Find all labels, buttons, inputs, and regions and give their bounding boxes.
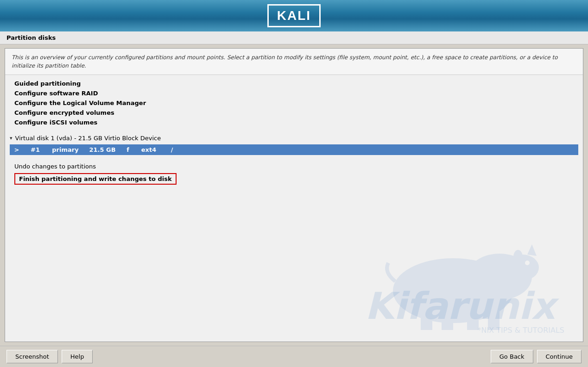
svg-point-0 — [393, 258, 513, 323]
menu-item-lvm[interactable]: Configure the Logical Volume Manager — [5, 98, 583, 108]
partition-number: #1 — [24, 146, 47, 153]
help-button[interactable]: Help — [62, 350, 93, 363]
svg-rect-4 — [442, 309, 453, 330]
menu-item-guided[interactable]: Guided partitioning — [5, 79, 583, 88]
kali-logo: KALI — [267, 4, 321, 27]
partition-size: 21.5 GB — [84, 146, 121, 153]
menu-item-encrypted[interactable]: Configure encrypted volumes — [5, 108, 583, 118]
bottom-right-buttons: Go Back Continue — [491, 350, 582, 363]
svg-rect-3 — [421, 309, 432, 330]
svg-point-2 — [506, 255, 539, 280]
chevron-icon: ▾ — [10, 135, 13, 141]
finish-partitioning-btn[interactable]: Finish partitioning and write changes to… — [14, 173, 177, 185]
svg-point-9 — [525, 261, 530, 265]
svg-rect-5 — [467, 309, 479, 330]
screenshot-button[interactable]: Screenshot — [6, 350, 58, 363]
action-area: Undo changes to partitions Finish partit… — [5, 158, 583, 188]
continue-button[interactable]: Continue — [537, 350, 582, 363]
svg-rect-6 — [488, 309, 499, 330]
svg-marker-7 — [527, 244, 537, 256]
partition-fs: ext4 — [135, 146, 163, 153]
disk-header: ▾ Virtual disk 1 (vda) - 21.5 GB Virtio … — [10, 133, 578, 143]
description-box: This is an overview of your currently co… — [5, 49, 583, 75]
menu-list: Guided partitioning Configure software R… — [5, 75, 583, 131]
undo-changes-item[interactable]: Undo changes to partitions — [14, 162, 574, 171]
header: KALI — [0, 0, 588, 31]
tagline-watermark: *NIX TIPS & TUTORIALS — [478, 326, 564, 335]
svg-point-1 — [467, 254, 532, 300]
partition-panel: This is an overview of your currently co… — [5, 48, 583, 342]
svg-point-8 — [513, 250, 523, 264]
partition-arrow: > — [10, 146, 24, 153]
menu-item-raid[interactable]: Configure software RAID — [5, 88, 583, 98]
brand-watermark: Kifarunix — [365, 285, 555, 328]
partition-type: primary — [47, 146, 84, 153]
page-title: Partition disks — [0, 31, 588, 44]
disk-header-text: Virtual disk 1 (vda) - 21.5 GB Virtio Bl… — [15, 135, 161, 142]
bottom-bar: Screenshot Help Go Back Continue — [0, 346, 588, 367]
partition-flag: f — [121, 146, 135, 153]
rhino-watermark — [360, 217, 546, 332]
watermark-area: Kifarunix *NIX TIPS & TUTORIALS — [5, 188, 583, 342]
menu-item-iscsi[interactable]: Configure iSCSI volumes — [5, 118, 583, 127]
bottom-left-buttons: Screenshot Help — [6, 350, 93, 363]
disk-section: ▾ Virtual disk 1 (vda) - 21.5 GB Virtio … — [5, 131, 583, 158]
main-content: This is an overview of your currently co… — [0, 44, 588, 346]
partition-row[interactable]: > #1 primary 21.5 GB f ext4 / — [10, 144, 578, 155]
partition-mount: / — [163, 146, 181, 153]
go-back-button[interactable]: Go Back — [491, 350, 533, 363]
